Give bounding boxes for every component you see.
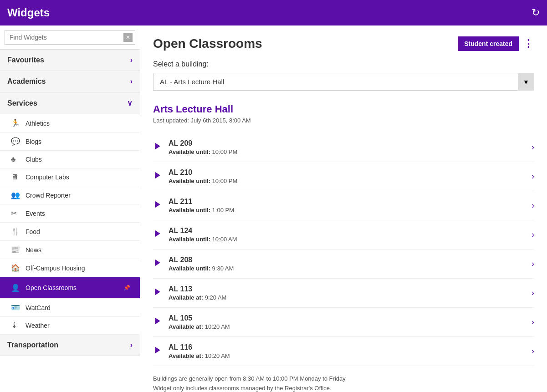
clubs-icon: ♣ <box>11 155 21 163</box>
search-input[interactable] <box>5 30 135 45</box>
classroom-item[interactable]: AL 208 Available until: 9:30 AM › <box>153 249 534 279</box>
sidebar-item-label: Crowd Reporter <box>26 192 133 199</box>
classroom-name: AL 210 <box>169 168 532 177</box>
content-area: Open Classrooms Student created ⋮ Select… <box>140 25 547 392</box>
events-icon: ✂ <box>11 209 21 218</box>
classroom-info: AL 124 Available until: 10:00 AM <box>169 227 532 243</box>
footer-note: Buildings are generally open from 8:30 A… <box>153 374 534 392</box>
footer-note-line2: Widget only includes classrooms managed … <box>153 385 332 392</box>
off-campus-housing-icon: 🏠 <box>11 264 21 272</box>
svg-marker-6 <box>155 318 160 325</box>
classroom-info: AL 211 Available until: 1:00 PM <box>169 198 532 214</box>
sidebar-section-favourites[interactable]: Favourites › <box>0 50 140 71</box>
classroom-nav-icon <box>153 142 162 153</box>
sidebar-item-computer-labs[interactable]: 🖥 Computer Labs <box>0 168 140 186</box>
classroom-chevron-icon: › <box>532 259 534 269</box>
app-header: Widgets ↻ <box>0 0 547 25</box>
sidebar-item-label: Clubs <box>26 156 133 163</box>
classroom-info: AL 116 Available at: 10:20 AM <box>169 343 532 359</box>
sidebar-section-transportation[interactable]: Transportation › <box>0 335 140 356</box>
sidebar-item-label: Blogs <box>26 138 133 145</box>
classroom-nav-icon <box>153 316 162 328</box>
open-classrooms-icon: 👤 <box>11 284 21 292</box>
food-icon: 🍴 <box>11 227 21 236</box>
classroom-chevron-icon: › <box>532 230 534 239</box>
crowd-reporter-icon: 👥 <box>11 191 21 199</box>
classroom-item[interactable]: AL 211 Available until: 1:00 PM › <box>153 191 534 220</box>
news-icon: 📰 <box>11 245 21 254</box>
classroom-item[interactable]: AL 124 Available until: 10:00 AM › <box>153 220 534 249</box>
classroom-chevron-icon: › <box>532 346 534 356</box>
academics-chevron: › <box>130 77 133 86</box>
classroom-availability: Available until: 10:00 PM <box>169 178 532 184</box>
classroom-nav-icon <box>153 346 162 357</box>
classroom-item[interactable]: AL 209 Available until: 10:00 PM › <box>153 133 534 162</box>
sidebar: ✕ Favourites › Academics › Services ∨ 🏃 … <box>0 25 140 392</box>
transportation-chevron: › <box>130 341 133 349</box>
classroom-item[interactable]: AL 210 Available until: 10:00 PM › <box>153 162 534 191</box>
building-select[interactable]: AL - Arts Lecture Hall MC - Math & Compu… <box>153 73 534 91</box>
sidebar-item-label: WatCard <box>26 304 133 311</box>
svg-marker-0 <box>155 143 160 150</box>
sidebar-item-open-classrooms[interactable]: 👤 Open Classrooms 📌 <box>0 277 140 299</box>
classroom-availability: Available until: 10:00 PM <box>169 148 532 155</box>
sidebar-item-food[interactable]: 🍴 Food <box>0 223 140 241</box>
svg-marker-5 <box>155 289 160 295</box>
refresh-icon[interactable]: ↻ <box>532 7 540 19</box>
svg-marker-4 <box>155 260 160 266</box>
sidebar-item-clubs[interactable]: ♣ Clubs <box>0 151 140 168</box>
classroom-info: AL 210 Available until: 10:00 PM <box>169 168 532 184</box>
search-bar: ✕ <box>0 25 140 50</box>
classroom-list: AL 209 Available until: 10:00 PM › AL 21… <box>153 133 534 366</box>
app-title: Widgets <box>7 6 50 19</box>
sidebar-item-label: News <box>26 246 133 254</box>
classroom-availability: Available at: 10:20 AM <box>169 352 532 359</box>
classroom-nav-icon <box>153 258 162 270</box>
classroom-nav-icon <box>153 287 162 299</box>
sidebar-item-news[interactable]: 📰 News <box>0 241 140 259</box>
sidebar-item-crowd-reporter[interactable]: 👥 Crowd Reporter <box>0 186 140 204</box>
classroom-item[interactable]: AL 105 Available at: 10:20 AM › <box>153 308 534 337</box>
classroom-chevron-icon: › <box>532 201 534 210</box>
footer-note-line1: Buildings are generally open from 8:30 A… <box>153 375 347 382</box>
student-created-button[interactable]: Student created <box>458 36 519 51</box>
classroom-availability: Available until: 10:00 AM <box>169 236 532 243</box>
pin-button[interactable]: 📌 <box>121 282 133 294</box>
classroom-info: AL 208 Available until: 9:30 AM <box>169 256 532 272</box>
sidebar-item-off-campus-housing[interactable]: 🏠 Off-Campus Housing <box>0 259 140 277</box>
building-select-wrapper: AL - Arts Lecture Hall MC - Math & Compu… <box>153 73 534 91</box>
classroom-chevron-icon: › <box>532 317 534 327</box>
favourites-label: Favourites <box>7 56 44 64</box>
athletics-icon: 🏃 <box>11 119 21 127</box>
services-chevron: ∨ <box>127 99 133 107</box>
sidebar-item-events[interactable]: ✂ Events <box>0 204 140 223</box>
classroom-item[interactable]: AL 116 Available at: 10:20 AM › <box>153 337 534 366</box>
classroom-nav-icon <box>153 171 162 182</box>
sidebar-item-weather[interactable]: 🌡 Weather <box>0 317 140 335</box>
classroom-name: AL 208 <box>169 256 532 264</box>
classroom-name: AL 209 <box>169 139 532 148</box>
computer-labs-icon: 🖥 <box>11 173 21 181</box>
classroom-item[interactable]: AL 113 Available at: 9:20 AM › <box>153 279 534 308</box>
sidebar-item-label: Food <box>26 228 133 235</box>
sidebar-item-blogs[interactable]: 💬 Blogs <box>0 132 140 151</box>
classroom-nav-icon <box>153 200 162 211</box>
classroom-availability: Available at: 10:20 AM <box>169 323 532 330</box>
classroom-info: AL 113 Available at: 9:20 AM <box>169 285 532 301</box>
sidebar-item-label: Weather <box>26 322 133 329</box>
search-clear-button[interactable]: ✕ <box>123 33 133 42</box>
sidebar-item-label: Off-Campus Housing <box>26 265 133 272</box>
classroom-name: AL 113 <box>169 285 532 293</box>
sidebar-item-label: Athletics <box>26 120 133 127</box>
services-label: Services <box>7 99 37 107</box>
page-title: Open Classrooms <box>153 36 262 51</box>
sidebar-section-services[interactable]: Services ∨ <box>0 92 140 114</box>
sidebar-section-academics[interactable]: Academics › <box>0 71 140 92</box>
sidebar-item-athletics[interactable]: 🏃 Athletics <box>0 114 140 132</box>
classroom-chevron-icon: › <box>532 143 534 152</box>
sidebar-item-label: Events <box>26 210 133 217</box>
sidebar-item-watcard[interactable]: 🪪 WatCard <box>0 299 140 317</box>
main-layout: ✕ Favourites › Academics › Services ∨ 🏃 … <box>0 25 547 392</box>
more-options-icon[interactable]: ⋮ <box>523 38 534 50</box>
classroom-info: AL 105 Available at: 10:20 AM <box>169 314 532 330</box>
